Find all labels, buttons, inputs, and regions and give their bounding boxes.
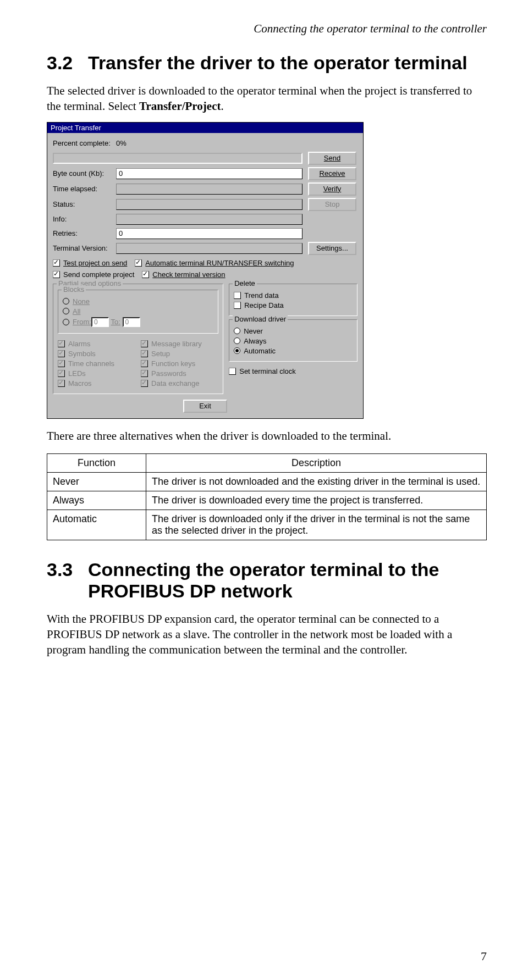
- dialog-titlebar: Project Transfer: [47, 123, 363, 133]
- heading-3-3: 3.3 Connecting the operator terminal to …: [47, 559, 487, 602]
- receive-button[interactable]: Receive: [308, 167, 356, 180]
- label: Message library: [151, 340, 202, 348]
- checkbox-icon: [53, 271, 60, 278]
- heading-number: 3.3: [47, 559, 88, 602]
- function-table: Function Description Never The driver is…: [47, 453, 487, 540]
- chk-recipe-data[interactable]: Recipe Data: [234, 301, 353, 309]
- checkbox-icon: [141, 350, 148, 357]
- stop-label: Stop: [325, 200, 340, 208]
- radio-none: None: [63, 297, 213, 306]
- radio-icon: [63, 298, 69, 304]
- cell-function: Always: [47, 491, 146, 510]
- checkbox-icon: [135, 259, 142, 267]
- percent-value: 0%: [116, 139, 149, 147]
- table-row: Never The driver is not downloaded and t…: [47, 473, 487, 491]
- radio-icon: [63, 319, 69, 325]
- checkbox-icon: [141, 360, 148, 367]
- label-byte: Byte count (Kb):: [53, 169, 116, 178]
- paragraph-3-2: The selected driver is downloaded to the…: [47, 84, 487, 114]
- chk-symbols: Symbols: [58, 350, 135, 358]
- chk-send-complete[interactable]: Send complete project: [53, 270, 134, 279]
- label: Time channels: [68, 359, 114, 368]
- to-field: 0: [123, 317, 140, 327]
- para-text-end: .: [221, 99, 223, 113]
- time-field: [116, 184, 302, 195]
- caption-alternatives: There are three alternatives when the dr…: [47, 429, 487, 444]
- status-field: [116, 199, 302, 210]
- group-download-driver: Download driver Never Always Automatic: [229, 319, 358, 362]
- label: Automatic: [244, 347, 276, 355]
- chk-trend-data[interactable]: Trend data: [234, 291, 353, 300]
- label-info: Info:: [53, 215, 116, 223]
- stop-button[interactable]: Stop: [308, 198, 356, 211]
- th-description: Description: [146, 454, 487, 473]
- label: Macros: [68, 379, 92, 387]
- chk-alarms: Alarms: [58, 340, 135, 348]
- project-transfer-dialog: Project Transfer Percent complete: 0% Se…: [47, 122, 364, 419]
- radio-never[interactable]: Never: [234, 327, 353, 335]
- para-bold: Transfer/Project: [139, 99, 221, 113]
- label: Function keys: [151, 359, 195, 368]
- chk-leds: LEDs: [58, 369, 135, 378]
- radio-always[interactable]: Always: [234, 337, 353, 345]
- paragraph-3-3: With the PROFIBUS DP expansion card, the…: [47, 612, 487, 657]
- chk-set-clock[interactable]: Set terminal clock: [229, 367, 358, 375]
- from-field: 0: [91, 317, 109, 327]
- progress-bar: [53, 153, 302, 164]
- cell-function: Never: [47, 473, 146, 491]
- table-row: Always The driver is downloaded every ti…: [47, 491, 487, 510]
- heading-text: Connecting the operator terminal to the …: [88, 559, 487, 602]
- checkbox-icon: [53, 259, 60, 267]
- heading-3-2: 3.2 Transfer the driver to the operator …: [47, 52, 487, 74]
- checkbox-icon: [229, 368, 236, 375]
- checkbox-icon: [58, 350, 65, 357]
- running-head: Connecting the operator terminal to the …: [47, 22, 487, 36]
- label: Send complete project: [63, 270, 134, 279]
- label: Automatic terminal RUN/TRANSFER switchin…: [145, 259, 294, 267]
- label-retries: Retries:: [53, 229, 116, 237]
- chk-timechannels: Time channels: [58, 359, 135, 368]
- label: Trend data: [244, 291, 278, 300]
- label: All: [73, 307, 80, 315]
- legend-blocks: Blocks: [62, 285, 86, 294]
- label: Recipe Data: [244, 301, 284, 309]
- label: Set terminal clock: [239, 367, 296, 375]
- checkbox-icon: [141, 380, 148, 387]
- termver-field: [116, 243, 302, 254]
- radio-automatic[interactable]: Automatic: [234, 347, 353, 355]
- settings-label: Settings...: [316, 244, 348, 252]
- send-label: Send: [324, 154, 340, 162]
- chk-auto-switch[interactable]: Automatic terminal RUN/TRANSFER switchin…: [135, 259, 294, 267]
- send-button[interactable]: Send: [308, 152, 356, 165]
- label: Data exchange: [151, 379, 199, 387]
- byte-field: 0: [116, 168, 302, 179]
- label: None: [73, 297, 90, 306]
- receive-label: Receive: [320, 169, 345, 178]
- radio-icon: [234, 337, 240, 344]
- label: Check terminal version: [152, 270, 225, 279]
- label: Alarms: [68, 340, 90, 348]
- label-termver: Terminal Version:: [53, 244, 116, 252]
- cell-description: The driver is downloaded every time the …: [146, 491, 487, 510]
- para-text: The selected driver is downloaded to the…: [47, 84, 472, 113]
- radio-icon: [234, 347, 240, 354]
- verify-button[interactable]: Verify: [308, 182, 356, 196]
- radio-all: All: [63, 307, 213, 315]
- group-delete: Delete Trend data Recipe Data: [229, 284, 358, 316]
- label: Always: [244, 337, 266, 345]
- label-from: From:: [73, 318, 91, 326]
- label-time: Time elapsed:: [53, 185, 116, 193]
- exit-button[interactable]: Exit: [183, 400, 227, 413]
- label: Symbols: [68, 350, 96, 358]
- chk-check-version[interactable]: Check terminal version: [142, 270, 225, 279]
- radio-icon: [234, 328, 240, 334]
- chk-test-project[interactable]: Test project on send: [53, 259, 127, 267]
- th-function: Function: [47, 454, 146, 473]
- checkbox-icon: [141, 340, 148, 347]
- settings-button[interactable]: Settings...: [308, 242, 356, 255]
- checkbox-icon: [58, 380, 65, 387]
- chk-passwords: Passwords: [141, 369, 218, 378]
- group-partial-send: Partial send options Blocks None All Fro…: [53, 284, 223, 394]
- cell-function: Automatic: [47, 510, 146, 540]
- label: Never: [244, 327, 263, 335]
